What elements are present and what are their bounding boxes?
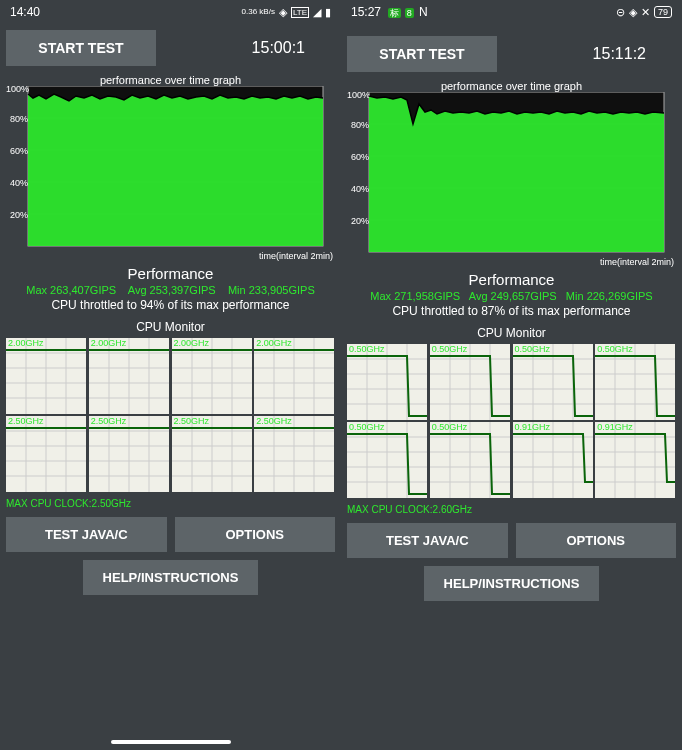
wifi-icon: ◈: [629, 6, 637, 19]
performance-chart: 100% 80% 60% 40% 20% time(interval 2min): [347, 92, 676, 267]
home-indicator[interactable]: [111, 740, 231, 744]
svg-text:100%: 100%: [6, 86, 29, 94]
svg-text:60%: 60%: [10, 146, 28, 156]
test-javac-button[interactable]: TEST JAVA/C: [347, 523, 508, 558]
performance-chart: 100% 80% 60% 40% 20% time(interval 2min): [6, 86, 335, 261]
cpu-cell-4: 2.50GHz: [6, 416, 87, 492]
max-cpu-clock: MAX CPU CLOCK:2.50GHz: [6, 498, 335, 509]
performance-heading: Performance: [0, 265, 341, 282]
signal-icon: ◢: [313, 6, 321, 19]
x-axis-label: time(interval 2min): [259, 251, 333, 261]
performance-heading: Performance: [341, 271, 682, 288]
data-rate: 0.36 kB/s: [242, 8, 275, 16]
app-indicator-icon: 标: [388, 8, 401, 18]
cpu-cell-0: 2.00GHz: [6, 338, 87, 414]
cpu-cell-3: 2.00GHz: [254, 338, 335, 414]
app-indicator-icon: 8: [405, 8, 414, 18]
cpu-cell-6: 0.91GHz: [513, 422, 594, 498]
help-button[interactable]: HELP/INSTRUCTIONS: [83, 560, 259, 595]
battery-icon: 79: [654, 6, 672, 18]
dnd-icon: ⊝: [616, 6, 625, 19]
performance-values: Max 263,407GIPS Avg 253,397GIPS Min 233,…: [0, 284, 341, 296]
svg-text:40%: 40%: [351, 184, 369, 194]
cpu-cell-1: 2.00GHz: [89, 338, 170, 414]
timer-display: 15:00:1: [252, 39, 305, 57]
max-cpu-clock: MAX CPU CLOCK:2.60GHz: [347, 504, 676, 515]
test-javac-button[interactable]: TEST JAVA/C: [6, 517, 167, 552]
performance-chart-title: performance over time graph: [341, 80, 682, 92]
start-test-button[interactable]: START TEST: [6, 30, 156, 66]
cpu-cell-2: 0.50GHz: [513, 344, 594, 420]
statusbar: 14:40 0.36 kB/s ◈ LTE ◢ ▮: [0, 0, 341, 24]
x-axis-label: time(interval 2min): [600, 257, 674, 267]
mute-icon: ✕: [641, 6, 650, 19]
n-icon: N: [419, 5, 428, 19]
phone-right: 15:27 标 8 N ⊝ ◈ ✕ 79 START TEST 15:11:2 …: [341, 0, 682, 750]
cpu-cell-3: 0.50GHz: [595, 344, 676, 420]
wifi-icon: ◈: [279, 6, 287, 19]
cpu-cell-5: 0.50GHz: [430, 422, 511, 498]
svg-text:100%: 100%: [347, 92, 370, 100]
start-test-button[interactable]: START TEST: [347, 36, 497, 72]
cpu-cell-7: 0.91GHz: [595, 422, 676, 498]
help-button[interactable]: HELP/INSTRUCTIONS: [424, 566, 600, 601]
cpu-cell-5: 2.50GHz: [89, 416, 170, 492]
performance-values: Max 271,958GIPS Avg 249,657GIPS Min 226,…: [341, 290, 682, 302]
options-button[interactable]: OPTIONS: [516, 523, 677, 558]
svg-text:20%: 20%: [10, 210, 28, 220]
svg-text:20%: 20%: [351, 216, 369, 226]
battery-icon: ▮: [325, 6, 331, 19]
cpu-cell-4: 0.50GHz: [347, 422, 428, 498]
cpu-cell-6: 2.50GHz: [172, 416, 253, 492]
svg-text:40%: 40%: [10, 178, 28, 188]
lte-icon: LTE: [291, 7, 309, 18]
svg-text:60%: 60%: [351, 152, 369, 162]
svg-text:80%: 80%: [10, 114, 28, 124]
phone-left: 14:40 0.36 kB/s ◈ LTE ◢ ▮ START TEST 15:…: [0, 0, 341, 750]
cpu-monitor-grid: 0.50GHz 0.50GHz 0.50GHz 0.50GHz 0.50GHz …: [347, 344, 676, 498]
cpu-cell-0: 0.50GHz: [347, 344, 428, 420]
throttle-text: CPU throttled to 94% of its max performa…: [0, 298, 341, 312]
cpu-cell-1: 0.50GHz: [430, 344, 511, 420]
performance-chart-title: performance over time graph: [0, 74, 341, 86]
svg-text:80%: 80%: [351, 120, 369, 130]
cpu-monitor-heading: CPU Monitor: [0, 320, 341, 334]
statusbar-time: 15:27 标 8 N: [351, 5, 428, 20]
timer-display: 15:11:2: [593, 45, 646, 63]
throttle-text: CPU throttled to 87% of its max performa…: [341, 304, 682, 318]
options-button[interactable]: OPTIONS: [175, 517, 336, 552]
cpu-cell-7: 2.50GHz: [254, 416, 335, 492]
statusbar-indicators: 0.36 kB/s ◈ LTE ◢ ▮: [242, 6, 331, 19]
statusbar: 15:27 标 8 N ⊝ ◈ ✕ 79: [341, 0, 682, 24]
statusbar-time: 14:40: [10, 5, 40, 19]
statusbar-indicators: ⊝ ◈ ✕ 79: [616, 6, 672, 19]
cpu-monitor-heading: CPU Monitor: [341, 326, 682, 340]
cpu-monitor-grid: 2.00GHz 2.00GHz 2.00GHz 2.00GHz 2.50GHz …: [6, 338, 335, 492]
cpu-cell-2: 2.00GHz: [172, 338, 253, 414]
